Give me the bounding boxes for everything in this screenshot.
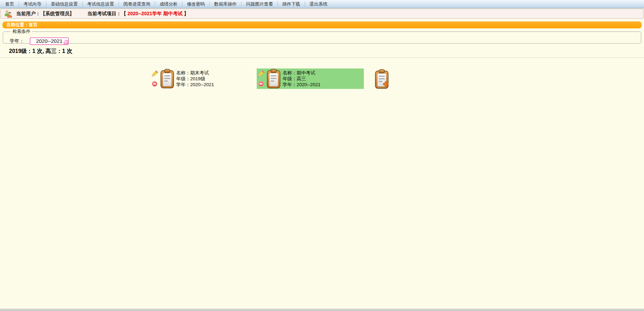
exam-year: 学年：2020--2021 [176, 82, 214, 88]
horizontal-scrollbar[interactable] [0, 309, 644, 311]
search-condition-legend: 检索条件 [11, 28, 32, 35]
delete-minus-icon[interactable] [152, 81, 159, 87]
current-exam-project-value: 2020--2021学年 期中考试 [127, 11, 183, 16]
menu-item-plugin-download[interactable]: 插件下载 [278, 1, 305, 7]
exam-name: 名称：期末考试 [176, 70, 214, 76]
menu-item-exam-wizard[interactable]: 考试向导 [19, 1, 46, 7]
school-year-value: 2020--2021 [36, 38, 63, 44]
menu-item-marking-progress[interactable]: 阅卷进度查询 [119, 1, 155, 7]
top-menu-bar: 首页 考试向导 基础信息设置 考试信息设置 阅卷进度查询 成绩分析 修改密码 数… [0, 0, 644, 8]
section-divider [0, 57, 644, 58]
chevron-down-icon[interactable] [64, 40, 68, 44]
menu-item-database-operations[interactable]: 数据库操作 [210, 1, 242, 7]
search-condition-panel: 检索条件 学年： 2020--2021 [3, 28, 641, 44]
menu-item-score-analysis[interactable]: 成绩分析 [155, 1, 182, 7]
user-group-icon [4, 10, 13, 18]
menu-item-problem-image-view[interactable]: 问题图片查看 [242, 1, 278, 7]
exam-card-final-exam[interactable]: 名称：期末考试 年级：2019级 学年：2020--2021 [150, 68, 215, 89]
menu-item-logout[interactable]: 退出系统 [305, 1, 332, 7]
edit-pencil-icon[interactable] [152, 70, 159, 77]
add-exam-button[interactable] [375, 69, 389, 89]
clipboard-add-icon [375, 69, 389, 89]
delete-minus-icon[interactable] [258, 81, 265, 87]
current-exam-project-text: 当前考试项目：【 2020--2021学年 期中考试 】 [87, 11, 189, 17]
exam-grade: 年级：高三 [283, 76, 321, 82]
exam-card-actions [258, 68, 265, 89]
breadcrumb: 当前位置：首页 [2, 21, 642, 28]
exam-year: 学年：2020--2021 [283, 82, 321, 88]
menu-item-change-password[interactable]: 修改密码 [182, 1, 210, 7]
clipboard-icon[interactable] [267, 68, 281, 89]
menu-item-home[interactable]: 首页 [1, 1, 19, 7]
exam-card-details: 名称：期中考试 年级：高三 学年：2020--2021 [283, 68, 321, 89]
exam-name: 名称：期中考试 [283, 70, 321, 76]
exam-card-details: 名称：期末考试 年级：2019级 学年：2020--2021 [176, 68, 214, 89]
exam-count-summary: 2019级：1 次, 高三：1 次 [9, 48, 72, 55]
exam-card-midterm-exam-selected[interactable]: 名称：期中考试 年级：高三 学年：2020--2021 [257, 68, 364, 89]
clipboard-icon[interactable] [160, 68, 174, 89]
exam-grade: 年级：2019级 [176, 76, 214, 82]
school-year-select[interactable]: 2020--2021 [30, 37, 69, 45]
exam-card-actions [152, 68, 159, 89]
edit-pencil-icon[interactable] [258, 70, 265, 77]
menu-item-basic-info-settings[interactable]: 基础信息设置 [46, 1, 83, 7]
current-user-text: 当前用户：【系统管理员】 [16, 11, 74, 17]
user-info-bar: 当前用户：【系统管理员】 当前考试项目：【 2020--2021学年 期中考试 … [0, 9, 644, 19]
school-year-label: 学年： [10, 38, 24, 44]
menu-item-exam-info-settings[interactable]: 考试信息设置 [83, 1, 119, 7]
